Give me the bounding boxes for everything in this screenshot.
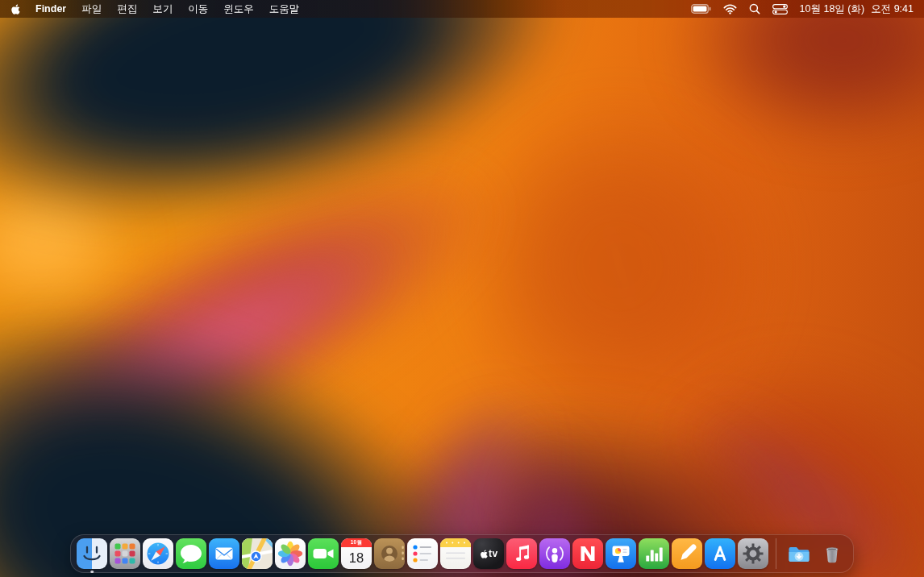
calendar-month-text: 10월 <box>341 538 372 547</box>
menu-bar-left: Finder 파일 편집 보기 이동 윈도우 도움말 <box>10 2 299 16</box>
calendar-day-text: 18 <box>341 547 372 569</box>
dock-item-numbers[interactable] <box>639 538 669 569</box>
menu-help[interactable]: 도움말 <box>269 2 300 16</box>
numbers-icon <box>639 538 669 569</box>
photos-icon <box>275 538 306 569</box>
dock-item-music[interactable] <box>506 538 537 569</box>
safari-icon <box>143 538 173 569</box>
dock-item-tv[interactable]: tv <box>473 538 504 569</box>
finder-icon <box>77 538 107 569</box>
spotlight-search-icon[interactable] <box>749 3 760 15</box>
apple-logo-icon[interactable] <box>10 4 20 15</box>
battery-icon[interactable] <box>691 4 711 14</box>
dock-item-trash[interactable] <box>817 538 847 569</box>
dock-item-system-settings[interactable] <box>738 538 768 569</box>
notes-icon <box>440 538 471 569</box>
dock-item-pages[interactable] <box>672 538 702 569</box>
control-center-icon[interactable] <box>772 4 788 15</box>
dock: 10월 18 <box>70 534 854 573</box>
desktop: Finder 파일 편집 보기 이동 윈도우 도움말 <box>0 0 924 577</box>
dock-item-launchpad[interactable] <box>110 538 140 569</box>
date-text: 10월 18일 (화) <box>800 2 865 16</box>
dock-item-notes[interactable] <box>440 538 471 569</box>
contacts-icon <box>374 538 405 569</box>
music-icon <box>506 538 537 569</box>
podcasts-icon <box>539 538 570 569</box>
dock-item-safari[interactable] <box>143 538 173 569</box>
wallpaper <box>0 0 924 577</box>
app-store-icon <box>705 538 735 569</box>
system-settings-icon <box>738 538 768 569</box>
menu-bar-status: 10월 18일 (화) 오전 9:41 <box>691 2 914 16</box>
apple-tv-icon: tv <box>473 538 504 569</box>
mail-icon <box>209 538 239 569</box>
menu-bar: Finder 파일 편집 보기 이동 윈도우 도움말 <box>0 0 924 18</box>
menu-edit[interactable]: 편집 <box>117 2 137 16</box>
dock-separator <box>776 538 776 569</box>
dock-item-reminders[interactable] <box>407 538 438 569</box>
maps-icon <box>242 538 273 569</box>
dock-item-podcasts[interactable] <box>539 538 570 569</box>
dock-item-keynote[interactable] <box>606 538 636 569</box>
dock-item-photos[interactable] <box>275 538 306 569</box>
launchpad-icon <box>110 538 140 569</box>
menu-view[interactable]: 보기 <box>152 2 173 16</box>
calendar-icon: 10월 18 <box>341 538 372 569</box>
pages-icon <box>672 538 702 569</box>
dock-item-calendar[interactable]: 10월 18 <box>341 538 372 569</box>
dock-item-downloads[interactable] <box>784 538 814 569</box>
dock-item-contacts[interactable] <box>374 538 405 569</box>
menu-window[interactable]: 윈도우 <box>223 2 254 16</box>
tv-logo-text: tv <box>489 548 497 559</box>
menu-go[interactable]: 이동 <box>188 2 208 16</box>
wifi-icon[interactable] <box>723 4 737 15</box>
dock-item-maps[interactable] <box>242 538 273 569</box>
apple-logo-small-icon <box>480 550 488 558</box>
news-icon <box>572 538 603 569</box>
trash-icon <box>817 538 847 569</box>
menu-file[interactable]: 파일 <box>81 2 102 16</box>
dock-item-facetime[interactable] <box>308 538 339 569</box>
dock-item-finder[interactable] <box>77 538 107 569</box>
dock-item-messages[interactable] <box>176 538 206 569</box>
dock-item-news[interactable] <box>572 538 603 569</box>
running-indicator <box>90 571 94 574</box>
time-text: 오전 9:41 <box>871 2 914 16</box>
dock-item-app-store[interactable] <box>705 538 735 569</box>
dock-item-mail[interactable] <box>209 538 239 569</box>
downloads-folder-icon <box>784 538 814 569</box>
reminders-icon <box>407 538 438 569</box>
facetime-icon <box>308 538 339 569</box>
keynote-icon <box>606 538 636 569</box>
menu-bar-clock[interactable]: 10월 18일 (화) 오전 9:41 <box>800 2 914 16</box>
app-menu-finder[interactable]: Finder <box>35 3 66 15</box>
messages-icon <box>176 538 206 569</box>
